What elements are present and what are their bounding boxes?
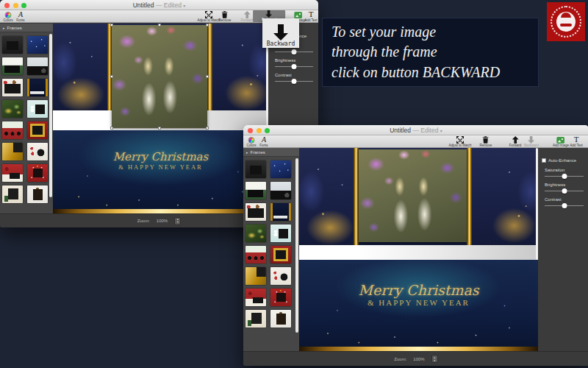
- card-canvas[interactable]: Merry Christmas & HAPPY NEW YEAR: [299, 148, 538, 351]
- frame-thumbnail-gold-curtain-stage[interactable]: [270, 203, 291, 221]
- saturation-slider[interactable]: Saturation: [538, 168, 588, 177]
- frame-thumbnail-giftbox-frame[interactable]: [27, 185, 48, 203]
- stepper-down-icon[interactable]: ▾: [177, 221, 179, 224]
- minimize-button[interactable]: [13, 3, 18, 8]
- card-canvas[interactable]: Merry Christmas & HAPPY NEW YEAR: [53, 24, 268, 213]
- slider-track[interactable]: [545, 205, 584, 206]
- frame-thumbnail-green-gold-bokeh[interactable]: [245, 224, 266, 242]
- frame-thumbnail-cream-tree-frame[interactable]: [2, 185, 23, 203]
- title-caret-icon[interactable]: ▾: [440, 129, 442, 133]
- auto-enhance-row[interactable]: Auto-Enhance: [538, 158, 588, 163]
- card-title[interactable]: Merry Christmas: [299, 282, 538, 298]
- brightness-slider[interactable]: Brightness: [538, 183, 588, 191]
- slider-thumb[interactable]: [292, 64, 297, 69]
- frame-thumbnail-santa-circle[interactable]: [270, 267, 291, 285]
- zoom-stepper[interactable]: ▴ ▾: [431, 355, 438, 363]
- frame-thumbnail-cream-tree-frame[interactable]: [245, 310, 266, 328]
- forward-button[interactable]: Forward: [241, 11, 254, 22]
- card-text-section[interactable]: Merry Christmas & HAPPY NEW YEAR: [53, 130, 268, 213]
- selection-handle[interactable]: [158, 24, 161, 26]
- titlebar[interactable]: Untitled — Edited ▾: [0, 0, 318, 10]
- frame-thumbnail-blue-night[interactable]: [270, 160, 291, 178]
- contrast-slider[interactable]: Contrast: [268, 73, 318, 82]
- slider-track[interactable]: [545, 191, 584, 191]
- placed-photo-selected[interactable]: [112, 25, 207, 128]
- close-button[interactable]: [4, 3, 10, 8]
- colors-button[interactable]: Colors: [246, 136, 256, 147]
- slider-thumb[interactable]: [292, 79, 297, 84]
- frames-header[interactable]: ▸ Frames: [243, 148, 299, 157]
- zoom-window-button[interactable]: [265, 128, 270, 133]
- frame-thumbnail-red-white-card[interactable]: [245, 289, 266, 306]
- sidebar-scrollbar[interactable]: [49, 34, 52, 197]
- backward-button[interactable]: Backward: [524, 136, 539, 147]
- slider-thumb[interactable]: [292, 49, 297, 54]
- disclosure-triangle-icon[interactable]: ▸: [3, 26, 5, 30]
- slider-track[interactable]: [275, 81, 313, 82]
- selection-handle[interactable]: [206, 75, 209, 78]
- frame-thumbnail-baroque-gold-frame[interactable]: [27, 121, 48, 139]
- slider-thumb[interactable]: [562, 174, 567, 179]
- disclosure-triangle-icon[interactable]: ▸: [246, 150, 248, 155]
- close-button[interactable]: [248, 128, 253, 133]
- remove-button[interactable]: Remove: [480, 136, 492, 147]
- frame-thumbnail-snow-village[interactable]: [245, 182, 266, 199]
- slider-thumb[interactable]: [562, 203, 567, 208]
- frame-thumbnail-santa-reindeer[interactable]: [245, 203, 266, 221]
- frame-thumbnail-red-white-card[interactable]: [2, 164, 23, 182]
- frame-thumbnail-dark-frame[interactable]: [2, 36, 23, 54]
- fonts-button[interactable]: A Fonts: [16, 11, 24, 22]
- card-title[interactable]: Merry Christmas: [53, 150, 268, 163]
- stepper-down-icon[interactable]: ▾: [434, 359, 435, 362]
- fonts-button[interactable]: A Fonts: [259, 136, 268, 147]
- frame-thumbnail-blue-night[interactable]: [27, 36, 48, 54]
- selection-handle[interactable]: [206, 127, 209, 130]
- adjust-to-match-button[interactable]: Adjust to Match: [197, 11, 220, 22]
- selection-handle[interactable]: [158, 127, 161, 130]
- slider-track[interactable]: [275, 52, 313, 52]
- frames-header[interactable]: ▸ Frames: [0, 24, 53, 32]
- placed-photo[interactable]: [359, 149, 467, 242]
- add-image-button[interactable]: Add Image: [553, 136, 569, 147]
- adjust-to-match-button[interactable]: Adjust to Match: [448, 136, 471, 147]
- minimize-button[interactable]: [257, 128, 262, 133]
- frame-thumbnail-giftbox-frame[interactable]: [270, 310, 291, 328]
- frame-thumbnail-gray-panel-circle[interactable]: [27, 57, 48, 75]
- selection-handle[interactable]: [206, 24, 209, 26]
- add-text-button[interactable]: T Add Text: [570, 136, 582, 147]
- card-text-section[interactable]: Merry Christmas & HAPPY NEW YEAR: [299, 260, 538, 351]
- frame-thumbnail-mint-snowman[interactable]: [27, 100, 48, 118]
- canvas-scrollbar[interactable]: [536, 148, 538, 260]
- slider-track[interactable]: [275, 66, 313, 67]
- frame-thumbnail-santa-reindeer[interactable]: [2, 79, 23, 96]
- brightness-slider[interactable]: Brightness: [268, 58, 318, 67]
- selection-handle[interactable]: [110, 127, 113, 130]
- frame-thumbnail-mint-snowman[interactable]: [270, 224, 291, 242]
- auto-enhance-checkbox[interactable]: [542, 158, 546, 163]
- card-subtitle[interactable]: & HAPPY NEW YEAR: [299, 298, 538, 307]
- frame-thumbnail-gold-curtain-stage[interactable]: [27, 79, 48, 96]
- frame-thumbnail-santa-circle[interactable]: [27, 143, 48, 160]
- frame-thumbnail-gold-panel[interactable]: [2, 143, 23, 160]
- colors-button[interactable]: Colors: [3, 11, 12, 22]
- selection-handle[interactable]: [110, 75, 113, 78]
- frame-thumbnail-gray-panel-circle[interactable]: [270, 182, 291, 199]
- card-subtitle[interactable]: & HAPPY NEW YEAR: [53, 163, 268, 171]
- frame-thumbnail-ornament-trio[interactable]: [2, 121, 23, 139]
- contrast-slider[interactable]: Contrast: [538, 197, 588, 206]
- selection-handle[interactable]: [110, 24, 113, 26]
- frame-thumbnail-dark-frame[interactable]: [245, 160, 266, 178]
- titlebar[interactable]: Untitled — Edited ▾: [243, 125, 588, 135]
- frame-thumbnail-snow-village[interactable]: [2, 57, 23, 75]
- zoom-window-button[interactable]: [21, 3, 26, 8]
- zoom-stepper[interactable]: ▴ ▾: [174, 217, 181, 225]
- slider-thumb[interactable]: [562, 188, 567, 194]
- frame-thumbnail-gold-panel[interactable]: [245, 267, 266, 285]
- frame-thumbnail-snowflake-wreath-frame[interactable]: [27, 164, 48, 182]
- forward-button[interactable]: Forward: [509, 136, 522, 147]
- title-caret-icon[interactable]: ▾: [183, 4, 185, 8]
- add-text-button[interactable]: T Add Text: [304, 11, 317, 22]
- frame-thumbnail-baroque-gold-frame[interactable]: [270, 246, 291, 263]
- remove-button[interactable]: Remove: [219, 11, 232, 22]
- slider-track[interactable]: [545, 176, 584, 177]
